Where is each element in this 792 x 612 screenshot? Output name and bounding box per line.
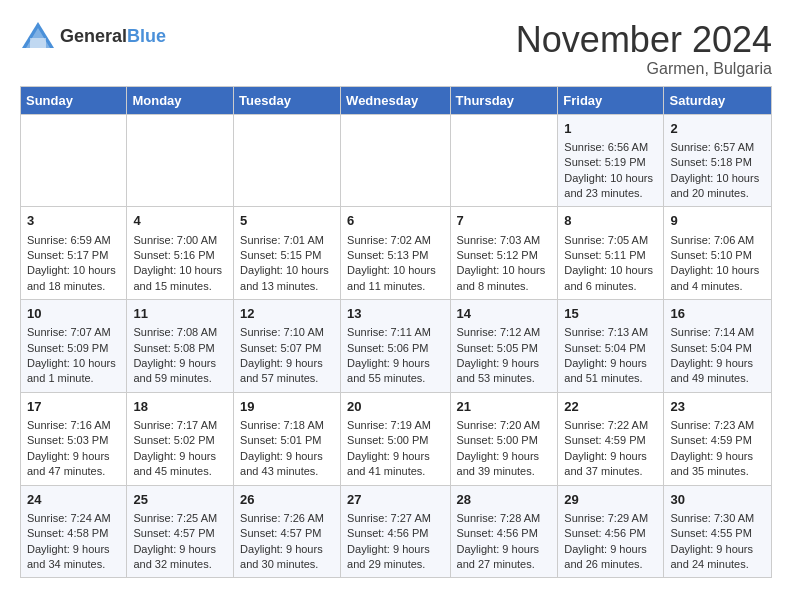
day-number: 21 xyxy=(457,398,552,416)
day-cell: 24Sunrise: 7:24 AM Sunset: 4:58 PM Dayli… xyxy=(21,485,127,578)
day-cell: 30Sunrise: 7:30 AM Sunset: 4:55 PM Dayli… xyxy=(664,485,772,578)
day-number: 16 xyxy=(670,305,765,323)
week-row-3: 10Sunrise: 7:07 AM Sunset: 5:09 PM Dayli… xyxy=(21,300,772,393)
logo-icon xyxy=(20,20,56,52)
day-info: Sunrise: 7:26 AM Sunset: 4:57 PM Dayligh… xyxy=(240,511,334,573)
day-info: Sunrise: 7:14 AM Sunset: 5:04 PM Dayligh… xyxy=(670,325,765,387)
day-info: Sunrise: 7:17 AM Sunset: 5:02 PM Dayligh… xyxy=(133,418,227,480)
day-info: Sunrise: 7:16 AM Sunset: 5:03 PM Dayligh… xyxy=(27,418,120,480)
day-info: Sunrise: 7:22 AM Sunset: 4:59 PM Dayligh… xyxy=(564,418,657,480)
day-cell: 15Sunrise: 7:13 AM Sunset: 5:04 PM Dayli… xyxy=(558,300,664,393)
day-number: 11 xyxy=(133,305,227,323)
day-info: Sunrise: 6:56 AM Sunset: 5:19 PM Dayligh… xyxy=(564,140,657,202)
day-cell: 9Sunrise: 7:06 AM Sunset: 5:10 PM Daylig… xyxy=(664,207,772,300)
day-info: Sunrise: 7:10 AM Sunset: 5:07 PM Dayligh… xyxy=(240,325,334,387)
day-cell: 10Sunrise: 7:07 AM Sunset: 5:09 PM Dayli… xyxy=(21,300,127,393)
day-cell: 2Sunrise: 6:57 AM Sunset: 5:18 PM Daylig… xyxy=(664,114,772,207)
day-info: Sunrise: 7:07 AM Sunset: 5:09 PM Dayligh… xyxy=(27,325,120,387)
week-row-2: 3Sunrise: 6:59 AM Sunset: 5:17 PM Daylig… xyxy=(21,207,772,300)
logo-general: General xyxy=(60,26,127,46)
week-row-4: 17Sunrise: 7:16 AM Sunset: 5:03 PM Dayli… xyxy=(21,392,772,485)
day-number: 2 xyxy=(670,120,765,138)
week-row-1: 1Sunrise: 6:56 AM Sunset: 5:19 PM Daylig… xyxy=(21,114,772,207)
day-info: Sunrise: 7:28 AM Sunset: 4:56 PM Dayligh… xyxy=(457,511,552,573)
day-number: 14 xyxy=(457,305,552,323)
weekday-header-monday: Monday xyxy=(127,86,234,114)
day-cell: 1Sunrise: 6:56 AM Sunset: 5:19 PM Daylig… xyxy=(558,114,664,207)
day-info: Sunrise: 7:29 AM Sunset: 4:56 PM Dayligh… xyxy=(564,511,657,573)
day-number: 25 xyxy=(133,491,227,509)
page: GeneralBlue November 2024 Garmen, Bulgar… xyxy=(0,0,792,588)
day-number: 17 xyxy=(27,398,120,416)
day-cell: 4Sunrise: 7:00 AM Sunset: 5:16 PM Daylig… xyxy=(127,207,234,300)
day-cell: 20Sunrise: 7:19 AM Sunset: 5:00 PM Dayli… xyxy=(341,392,450,485)
day-number: 13 xyxy=(347,305,443,323)
day-cell: 17Sunrise: 7:16 AM Sunset: 5:03 PM Dayli… xyxy=(21,392,127,485)
logo-line: GeneralBlue xyxy=(60,27,166,45)
day-number: 23 xyxy=(670,398,765,416)
day-number: 3 xyxy=(27,212,120,230)
day-number: 10 xyxy=(27,305,120,323)
day-info: Sunrise: 7:00 AM Sunset: 5:16 PM Dayligh… xyxy=(133,233,227,295)
day-cell: 11Sunrise: 7:08 AM Sunset: 5:08 PM Dayli… xyxy=(127,300,234,393)
day-cell xyxy=(21,114,127,207)
weekday-header-saturday: Saturday xyxy=(664,86,772,114)
logo-blue: Blue xyxy=(127,26,166,46)
day-number: 28 xyxy=(457,491,552,509)
day-number: 12 xyxy=(240,305,334,323)
day-info: Sunrise: 7:06 AM Sunset: 5:10 PM Dayligh… xyxy=(670,233,765,295)
day-info: Sunrise: 7:25 AM Sunset: 4:57 PM Dayligh… xyxy=(133,511,227,573)
logo-text-block: GeneralBlue xyxy=(60,27,166,45)
title-block: November 2024 Garmen, Bulgaria xyxy=(516,20,772,78)
day-cell: 16Sunrise: 7:14 AM Sunset: 5:04 PM Dayli… xyxy=(664,300,772,393)
day-cell xyxy=(234,114,341,207)
day-cell xyxy=(127,114,234,207)
day-cell xyxy=(450,114,558,207)
day-info: Sunrise: 6:57 AM Sunset: 5:18 PM Dayligh… xyxy=(670,140,765,202)
day-number: 7 xyxy=(457,212,552,230)
day-cell: 18Sunrise: 7:17 AM Sunset: 5:02 PM Dayli… xyxy=(127,392,234,485)
day-cell: 26Sunrise: 7:26 AM Sunset: 4:57 PM Dayli… xyxy=(234,485,341,578)
day-number: 9 xyxy=(670,212,765,230)
day-info: Sunrise: 7:03 AM Sunset: 5:12 PM Dayligh… xyxy=(457,233,552,295)
day-info: Sunrise: 7:30 AM Sunset: 4:55 PM Dayligh… xyxy=(670,511,765,573)
day-cell: 29Sunrise: 7:29 AM Sunset: 4:56 PM Dayli… xyxy=(558,485,664,578)
day-number: 24 xyxy=(27,491,120,509)
day-number: 15 xyxy=(564,305,657,323)
day-number: 30 xyxy=(670,491,765,509)
day-info: Sunrise: 7:05 AM Sunset: 5:11 PM Dayligh… xyxy=(564,233,657,295)
day-cell: 23Sunrise: 7:23 AM Sunset: 4:59 PM Dayli… xyxy=(664,392,772,485)
day-info: Sunrise: 7:24 AM Sunset: 4:58 PM Dayligh… xyxy=(27,511,120,573)
day-cell: 27Sunrise: 7:27 AM Sunset: 4:56 PM Dayli… xyxy=(341,485,450,578)
day-cell: 22Sunrise: 7:22 AM Sunset: 4:59 PM Dayli… xyxy=(558,392,664,485)
day-number: 19 xyxy=(240,398,334,416)
day-number: 27 xyxy=(347,491,443,509)
day-number: 20 xyxy=(347,398,443,416)
day-number: 18 xyxy=(133,398,227,416)
day-info: Sunrise: 7:27 AM Sunset: 4:56 PM Dayligh… xyxy=(347,511,443,573)
day-cell: 14Sunrise: 7:12 AM Sunset: 5:05 PM Dayli… xyxy=(450,300,558,393)
calendar-table: SundayMondayTuesdayWednesdayThursdayFrid… xyxy=(20,86,772,579)
weekday-header-tuesday: Tuesday xyxy=(234,86,341,114)
weekday-header-friday: Friday xyxy=(558,86,664,114)
day-number: 8 xyxy=(564,212,657,230)
day-cell: 13Sunrise: 7:11 AM Sunset: 5:06 PM Dayli… xyxy=(341,300,450,393)
svg-rect-2 xyxy=(30,38,46,48)
weekday-header-row: SundayMondayTuesdayWednesdayThursdayFrid… xyxy=(21,86,772,114)
day-number: 26 xyxy=(240,491,334,509)
day-info: Sunrise: 7:02 AM Sunset: 5:13 PM Dayligh… xyxy=(347,233,443,295)
day-info: Sunrise: 6:59 AM Sunset: 5:17 PM Dayligh… xyxy=(27,233,120,295)
day-cell: 25Sunrise: 7:25 AM Sunset: 4:57 PM Dayli… xyxy=(127,485,234,578)
day-number: 5 xyxy=(240,212,334,230)
month-title: November 2024 xyxy=(516,20,772,60)
day-cell: 3Sunrise: 6:59 AM Sunset: 5:17 PM Daylig… xyxy=(21,207,127,300)
day-cell: 28Sunrise: 7:28 AM Sunset: 4:56 PM Dayli… xyxy=(450,485,558,578)
day-info: Sunrise: 7:08 AM Sunset: 5:08 PM Dayligh… xyxy=(133,325,227,387)
location: Garmen, Bulgaria xyxy=(516,60,772,78)
day-cell: 12Sunrise: 7:10 AM Sunset: 5:07 PM Dayli… xyxy=(234,300,341,393)
day-info: Sunrise: 7:01 AM Sunset: 5:15 PM Dayligh… xyxy=(240,233,334,295)
day-info: Sunrise: 7:11 AM Sunset: 5:06 PM Dayligh… xyxy=(347,325,443,387)
day-cell: 7Sunrise: 7:03 AM Sunset: 5:12 PM Daylig… xyxy=(450,207,558,300)
day-info: Sunrise: 7:18 AM Sunset: 5:01 PM Dayligh… xyxy=(240,418,334,480)
day-cell: 8Sunrise: 7:05 AM Sunset: 5:11 PM Daylig… xyxy=(558,207,664,300)
